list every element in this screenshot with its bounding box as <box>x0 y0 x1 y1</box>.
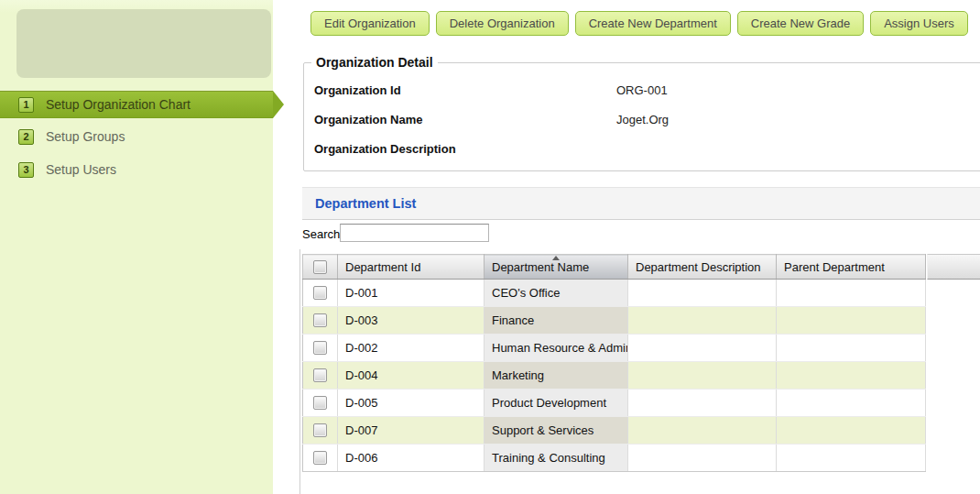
department-id-cell: D-002 <box>338 335 485 362</box>
department-table-body: D-001CEO's OfficeD-003FinanceD-002Human … <box>303 280 926 472</box>
parent-department-cell <box>777 307 926 335</box>
detail-field-label: Organization Description <box>304 142 616 160</box>
sidebar-item-setup-groups[interactable]: 2Setup Groups <box>0 124 273 149</box>
create-new-grade-button[interactable]: Create New Grade <box>737 11 864 36</box>
parent-department-cell <box>777 335 926 362</box>
logo-placeholder <box>16 9 271 78</box>
department-table-header: Department IdDepartment NameDepartment D… <box>303 255 926 280</box>
detail-row: Organization NameJoget.Org <box>304 113 980 131</box>
step-number-badge: 3 <box>18 162 34 178</box>
table-row: D-004Marketing <box>303 362 926 390</box>
parent-department-cell <box>777 280 926 307</box>
detail-field-label: Organization Name <box>304 113 616 131</box>
row-checkbox[interactable] <box>313 451 327 465</box>
department-description-cell <box>628 390 777 417</box>
sidebar-item-label: Setup Users <box>46 162 116 177</box>
department-description-cell <box>628 362 777 390</box>
table-row: D-007Support & Services <box>303 417 926 445</box>
row-select-cell[interactable] <box>303 280 338 307</box>
department-id-cell: D-003 <box>338 307 485 335</box>
row-checkbox[interactable] <box>313 368 327 382</box>
detail-row: Organization IdORG-001 <box>304 83 980 102</box>
department-name-cell: CEO's Office <box>485 280 628 307</box>
department-name-cell: Product Development <box>485 390 628 417</box>
detail-field-value: Joget.Org <box>616 113 669 131</box>
row-select-cell[interactable] <box>303 307 338 335</box>
sidebar: 1Setup Organization Chart2Setup Groups3S… <box>0 0 273 494</box>
sidebar-item-label: Setup Groups <box>46 129 125 144</box>
table-header-row: Department IdDepartment NameDepartment D… <box>303 255 926 280</box>
parent-department-cell <box>777 445 926 472</box>
row-checkbox[interactable] <box>313 341 327 355</box>
edit-organization-button[interactable]: Edit Organization <box>310 11 430 36</box>
parent-department-cell <box>777 417 926 445</box>
row-select-cell[interactable] <box>303 417 338 445</box>
detail-field-value: ORG-001 <box>616 83 668 102</box>
setup-steps-nav: 1Setup Organization Chart2Setup Groups3S… <box>0 91 273 190</box>
row-checkbox[interactable] <box>313 313 327 327</box>
column-header-department-id[interactable]: Department Id <box>338 255 485 280</box>
toolbar: Edit OrganizationDelete OrganizationCrea… <box>310 11 968 36</box>
table-row: D-006Training & Consulting <box>303 445 926 472</box>
select-all-header-cell[interactable] <box>303 255 338 280</box>
column-header-department-name[interactable]: Department Name <box>485 255 628 280</box>
table-header-filler <box>927 254 980 280</box>
sidebar-item-setup-organization-chart[interactable]: 1Setup Organization Chart <box>0 91 273 118</box>
sidebar-item-setup-users[interactable]: 3Setup Users <box>0 157 273 182</box>
department-description-cell <box>628 335 777 362</box>
row-select-cell[interactable] <box>303 390 338 417</box>
row-select-cell[interactable] <box>303 362 338 390</box>
department-id-cell: D-006 <box>338 445 485 472</box>
select-all-checkbox[interactable] <box>313 260 327 274</box>
department-id-cell: D-007 <box>338 417 485 445</box>
column-header-department-description[interactable]: Department Description <box>628 255 777 280</box>
department-description-cell <box>628 445 777 472</box>
department-list-header-bar: Department List <box>302 187 980 220</box>
department-table: Department IdDepartment NameDepartment D… <box>302 254 926 472</box>
department-name-cell: Support & Services <box>485 417 628 445</box>
department-id-cell: D-004 <box>338 362 485 390</box>
organization-detail-fieldset: Organization Detail Organization IdORG-0… <box>303 62 980 171</box>
column-header-parent-department[interactable]: Parent Department <box>777 255 926 280</box>
step-number-badge: 2 <box>18 129 34 145</box>
detail-row: Organization Description <box>304 142 980 160</box>
department-name-cell: Marketing <box>485 362 628 390</box>
row-checkbox[interactable] <box>313 396 327 410</box>
department-id-cell: D-001 <box>338 280 485 307</box>
column-header-label: Parent Department <box>784 260 885 274</box>
create-new-department-button[interactable]: Create New Department <box>575 11 731 36</box>
assign-users-button[interactable]: Assign Users <box>870 11 968 36</box>
sidebar-item-label: Setup Organization Chart <box>46 97 191 112</box>
column-header-label: Department Description <box>636 260 761 274</box>
row-select-cell[interactable] <box>303 335 338 362</box>
table-row: D-001CEO's Office <box>303 280 926 307</box>
department-name-cell: Finance <box>485 307 628 335</box>
department-list-title: Department List <box>302 188 416 219</box>
department-name-cell: Training & Consulting <box>485 445 628 472</box>
table-row: D-005Product Development <box>303 390 926 417</box>
caret-up-icon <box>552 256 560 260</box>
column-header-label: Department Id <box>345 260 420 274</box>
department-name-cell: Human Resource & Admin <box>485 335 628 362</box>
delete-organization-button[interactable]: Delete Organization <box>436 11 569 36</box>
step-number-badge: 1 <box>18 97 34 113</box>
department-description-cell <box>628 417 777 445</box>
row-checkbox[interactable] <box>313 286 327 300</box>
search-label: Search <box>302 227 340 241</box>
search-input[interactable] <box>340 224 489 242</box>
table-row: D-003Finance <box>303 307 926 335</box>
organization-detail-fields: Organization IdORG-001Organization NameJ… <box>304 63 980 160</box>
row-select-cell[interactable] <box>303 445 338 472</box>
department-description-cell <box>628 307 777 335</box>
parent-department-cell <box>777 390 926 417</box>
organization-detail-legend: Organization Detail <box>311 55 438 70</box>
column-header-label: Department Name <box>492 260 589 274</box>
department-id-cell: D-005 <box>338 390 485 417</box>
row-checkbox[interactable] <box>313 423 327 437</box>
parent-department-cell <box>777 362 926 390</box>
table-row: D-002Human Resource & Admin <box>303 335 926 362</box>
detail-field-label: Organization Id <box>304 83 616 102</box>
table-container-left-border <box>299 249 300 494</box>
department-description-cell <box>628 280 777 307</box>
joget-organization-setup-page: 1Setup Organization Chart2Setup Groups3S… <box>0 0 980 494</box>
